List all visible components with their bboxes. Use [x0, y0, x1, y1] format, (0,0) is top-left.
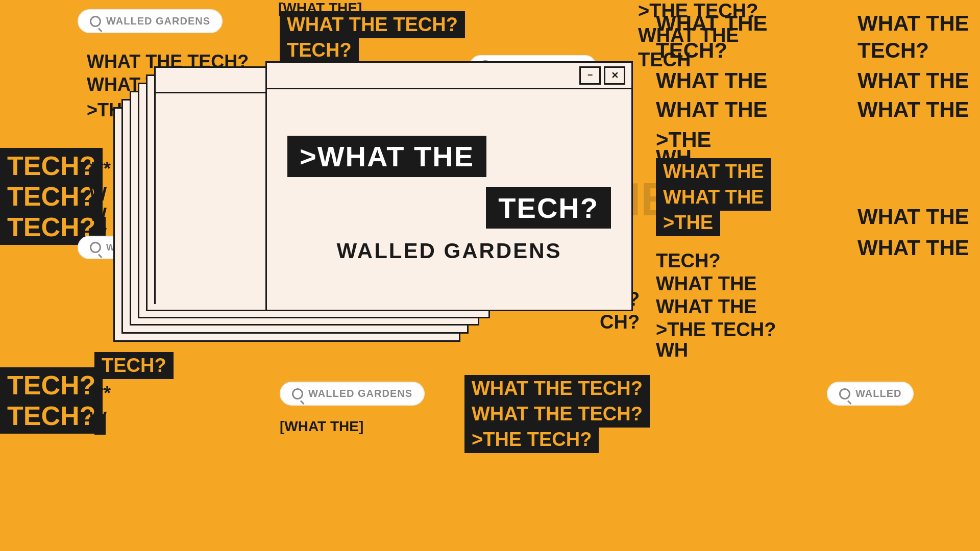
- search-bar-far-right[interactable]: WALLED: [827, 382, 914, 406]
- title-badge-line2: TECH?: [486, 187, 611, 229]
- bg-stars-2: ***: [89, 383, 111, 404]
- badge-center-1: WHAT THE TECH?: [280, 11, 465, 38]
- bg-w-1: W: [89, 184, 107, 205]
- search-icon-top: [90, 16, 101, 27]
- edge-right-2: TECH?: [857, 38, 929, 63]
- badge-bottom-right-2: WHAT THE TECH?: [464, 400, 650, 428]
- window-content: >WHAT THE TECH? WALLED GARDENS: [267, 89, 631, 310]
- search-icon-far-right: [839, 388, 850, 399]
- badge-right-3: >THE: [656, 209, 720, 236]
- search-bar-top[interactable]: WALLED GARDENS: [78, 9, 223, 33]
- window-subtitle: WALLED GARDENS: [337, 239, 562, 263]
- edge-right-4: WHAT THE: [857, 97, 969, 122]
- black-square-2: [94, 414, 106, 435]
- edge-right-3: WHAT THE: [857, 68, 969, 93]
- badge-center-2: TECH?: [280, 37, 359, 64]
- far-right-what-2: WHAT THE: [656, 296, 757, 318]
- search-text-far-right: WALLED: [855, 388, 901, 399]
- far-right-tech-1: TECH?: [656, 250, 721, 272]
- edge-right-5: WHAT THE: [857, 205, 969, 229]
- edge-right-6: WHAT THE: [857, 236, 969, 260]
- minimize-button[interactable]: −: [579, 66, 601, 85]
- far-right-wh: WH: [656, 339, 688, 361]
- far-right-the-tech: >THE TECH?: [656, 319, 776, 341]
- badge-left-bottom-1: TECH?: [94, 352, 174, 379]
- bottom-bracket: [WHAT THE]: [280, 418, 363, 435]
- badge-right-1: WHAT THE: [656, 158, 771, 185]
- far-right-what-1: WHAT THE: [656, 273, 757, 295]
- main-window: − ✕ >WHAT THE TECH? WALLED GARDENS: [265, 61, 633, 311]
- window-titlebar: − ✕: [267, 63, 631, 89]
- bg-stars-1: ***: [89, 158, 111, 180]
- badge-right-2: WHAT THE: [656, 184, 771, 211]
- far-right-4: WHAT THE: [656, 97, 768, 122]
- ch-2: CH?: [600, 311, 640, 333]
- far-right-2: TECH?: [656, 38, 727, 63]
- black-square: [94, 217, 106, 237]
- edge-right-1: WHAT THE: [857, 11, 969, 36]
- badge-tech-5: TECH?: [0, 398, 103, 434]
- search-bar-bottom[interactable]: WALLED GARDENS: [280, 382, 425, 406]
- far-right-1: WHAT THE: [656, 11, 768, 36]
- badge-bottom-right-3: >THE TECH?: [464, 426, 599, 453]
- title-badge-line1: >WHAT THE: [287, 136, 486, 177]
- far-right-3: WHAT THE: [656, 68, 768, 93]
- search-icon-left-mid: [90, 242, 101, 253]
- search-text-top: WALLED GARDENS: [106, 15, 210, 27]
- close-button[interactable]: ✕: [604, 66, 625, 85]
- badge-bottom-right-1: WHAT THE TECH?: [464, 375, 650, 402]
- search-icon-bottom: [292, 388, 303, 399]
- search-text-bottom: WALLED GARDENS: [308, 388, 412, 399]
